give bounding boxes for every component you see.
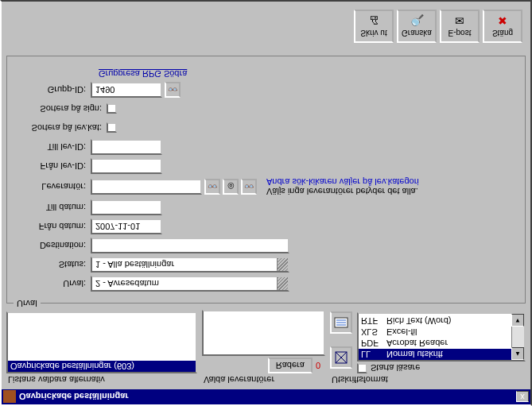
leverantor-input[interactable]	[91, 179, 202, 195]
sortera-kat-checkbox[interactable]	[107, 123, 117, 133]
list-item[interactable]: Oavprickade beställningar (603)	[8, 361, 196, 372]
search-group-button[interactable]: 👓	[165, 82, 181, 98]
format-select[interactable]: LLNormal utskrift PDFAcrobat Reader XLSE…	[357, 312, 526, 362]
sortera-sign-checkbox[interactable]	[107, 104, 117, 114]
preview-label: Granska	[402, 29, 432, 38]
status-label: Status:	[15, 260, 91, 269]
binoculars-icon: 👓	[208, 183, 217, 191]
till-datum-label: Till datum:	[15, 203, 91, 212]
destination-input[interactable]	[91, 238, 289, 253]
dropdown-handle-icon[interactable]	[277, 258, 288, 271]
binoculars-icon: 👓	[244, 183, 254, 191]
fran-lev-input[interactable]	[91, 158, 162, 174]
urval-legend: Urval	[14, 299, 41, 308]
till-lev-label: Till lev-ID:	[15, 142, 91, 152]
group-link[interactable]: Gruppresa RPG Södra	[18, 69, 517, 79]
sortera-sign-label: Sortera på sign:	[15, 104, 107, 114]
urval-label: Urval:	[15, 279, 91, 288]
till-lev-input[interactable]	[91, 139, 162, 155]
close-button-toolbar[interactable]: Stäng ✖	[483, 10, 522, 43]
window-icon	[3, 391, 16, 404]
magnifier-icon: 🔍	[410, 15, 424, 28]
selected-suppliers-listbox[interactable]	[202, 310, 325, 356]
close-label: Stäng	[492, 29, 513, 38]
till-datum-input[interactable]	[91, 199, 162, 215]
list-icon	[334, 317, 348, 328]
starta-lasare-checkbox[interactable]	[357, 363, 367, 373]
window-title: Oavprickade beställningar	[19, 392, 516, 402]
preview-icon-button[interactable]	[330, 346, 352, 369]
preview-button[interactable]: Granska 🔍	[397, 10, 437, 43]
grupp-id-label: Grupp-ID:	[15, 85, 91, 95]
print-button[interactable]: Skriv ut 🖨	[354, 10, 394, 43]
search-category-button[interactable]: 👓	[241, 179, 257, 195]
dropdown-handle-icon[interactable]	[277, 277, 288, 290]
search-supplier-button[interactable]: 👓	[204, 179, 220, 195]
hint-text: Väljs inga leverantörer betyder det alla…	[266, 177, 419, 196]
fran-datum-label: Från datum:	[15, 222, 91, 231]
col3-label: Utskriftsformat	[330, 375, 526, 385]
mail-icon: ✉	[455, 15, 464, 28]
binoculars-icon: 👓	[168, 86, 177, 95]
scroll-up-icon[interactable]: ▲	[511, 347, 524, 360]
grupp-id-input[interactable]	[91, 82, 162, 98]
email-button[interactable]: E-post ✉	[440, 10, 480, 43]
starta-lasare-label: Starta läsare	[371, 364, 420, 373]
print-label: Skriv ut	[360, 29, 386, 38]
urval-fieldset: Urval Urval: 2 - Avresedatum Status: 1 -…	[6, 56, 526, 304]
format-option[interactable]: XLSExcel-fil	[359, 327, 524, 338]
scrollbar[interactable]: ▲ ▼	[511, 314, 524, 360]
email-label: E-post	[449, 29, 472, 38]
options-listbox[interactable]: Oavprickade beställningar (603)	[6, 311, 197, 373]
list-icon-button[interactable]	[330, 311, 352, 334]
count-zero: 0	[316, 361, 325, 370]
preview-icon	[334, 350, 348, 365]
col1-label: Listans valbara alternativ	[6, 375, 197, 385]
target-icon: ◎	[227, 183, 235, 191]
target-button[interactable]: ◎	[223, 179, 239, 195]
destination-label: Destination:	[15, 241, 91, 250]
printer-icon: 🖨	[368, 15, 379, 28]
scroll-down-icon[interactable]: ▼	[511, 314, 524, 327]
format-option[interactable]: RTFRich Text (Word)	[359, 315, 524, 327]
sortera-kat-label: Sortera på lev.kat:	[15, 123, 107, 133]
format-option[interactable]: LLNormal utskrift	[359, 349, 524, 360]
urval-select[interactable]: 2 - Avresedatum	[91, 276, 289, 292]
fran-lev-label: Från lev-ID:	[15, 161, 91, 171]
format-option[interactable]: PDFAcrobat Reader	[359, 338, 524, 349]
status-select[interactable]: 1 - Alla beställningar	[91, 257, 289, 273]
col2-label: Valda leverantörer	[202, 375, 325, 385]
leverantor-label: Leverantör:	[15, 182, 91, 191]
close-x-icon: ✖	[498, 15, 507, 28]
radera-button[interactable]: Radera	[268, 358, 313, 373]
close-button[interactable]: x	[516, 392, 529, 403]
fran-datum-input[interactable]	[91, 218, 162, 234]
